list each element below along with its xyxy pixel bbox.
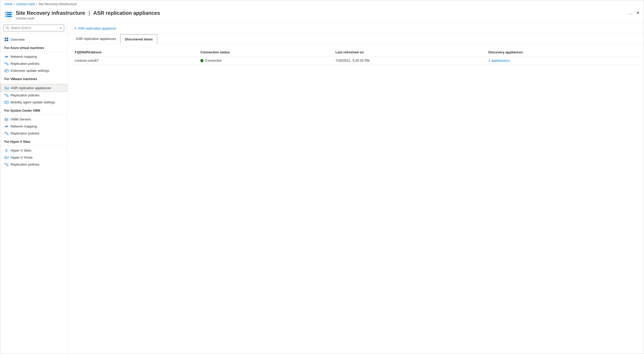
add-icon: +: [74, 26, 77, 31]
sidebar-item-overview[interactable]: Overview: [0, 36, 67, 43]
add-asr-appliance-label: ASR replication appliance: [78, 26, 116, 30]
sidebar-item-vmm-network-mapping[interactable]: Network mapping: [0, 123, 67, 130]
discovered-items-table: FQDN/IPAddress Connection status Last re…: [72, 48, 640, 65]
sidebar-item-hyperv-sites[interactable]: Hyper-V Sites: [0, 147, 67, 154]
search-input[interactable]: [11, 26, 58, 30]
sidebar-item-azure-replication-policies[interactable]: Replication policies: [0, 60, 67, 67]
svg-rect-23: [5, 88, 8, 89]
cell-last-refreshed: 7/28/2021, 3:26:33 PM: [332, 56, 485, 65]
svg-rect-11: [5, 40, 6, 41]
header-title-group: Site Recovery infrastructure | ASR repli…: [16, 10, 628, 20]
sidebar-collapse-button[interactable]: «: [60, 26, 62, 30]
discovery-appliances-link[interactable]: 2 appliance(s): [488, 59, 510, 62]
sidebar: « Overview For Azure virtual machines: [0, 23, 68, 354]
sidebar-item-vmm-replication-policies-label: Replication policies: [11, 131, 39, 135]
sidebar-item-hyperv-sites-label: Hyper-V Sites: [11, 148, 31, 152]
svg-line-8: [8, 29, 9, 29]
svg-rect-22: [5, 88, 6, 88]
section-header-vmware: For VMware machines: [0, 74, 67, 82]
sidebar-search-container: «: [0, 23, 67, 34]
sidebar-item-hyperv-hosts[interactable]: Hyper-V Hosts: [0, 154, 67, 161]
section-header-vmm: For System Center VMM: [0, 106, 67, 114]
hyperv-hosts-icon: [4, 156, 9, 159]
sidebar-item-vmware-asr-label: ASR replication appliances: [11, 86, 51, 90]
overview-icon: [4, 37, 9, 41]
section-divider-hyperv: [0, 146, 67, 146]
tab-bar: ASR replication appliances Discovered it…: [68, 34, 644, 44]
sidebar-item-hyperv-replication-policies[interactable]: Replication policies: [0, 161, 67, 168]
sidebar-item-vmm-servers-label: VMM Servers: [11, 117, 31, 121]
extension-update-azure-icon: [4, 69, 9, 73]
sidebar-item-azure-extension-update-label: Extension update settings: [11, 69, 49, 73]
section-divider-azure: [0, 52, 67, 52]
col-header-connection-status: Connection status: [197, 48, 332, 56]
add-asr-appliance-button[interactable]: + ASR replication appliance: [72, 25, 119, 32]
sidebar-item-hyperv-hosts-label: Hyper-V Hosts: [11, 155, 33, 159]
asr-appliance-icon: [5, 86, 9, 90]
sidebar-item-overview-label: Overview: [11, 38, 25, 41]
svg-rect-15: [5, 62, 6, 63]
sidebar-item-vmware-replication-policies[interactable]: Replication policies: [0, 92, 67, 99]
breadcrumb-vault[interactable]: contoso-vault: [16, 2, 35, 6]
tab-asr-replication-appliances[interactable]: ASR replication appliances: [72, 34, 120, 44]
breadcrumb: Home > contoso-vault > Site Recovery inf…: [0, 0, 644, 8]
svg-point-32: [5, 118, 6, 119]
vmm-servers-icon: [4, 118, 9, 121]
section-header-hyperv: For Hyper-V Sites: [0, 137, 67, 145]
close-button[interactable]: ✕: [636, 10, 640, 15]
sidebar-item-vmware-asr[interactable]: ASR replication appliances: [0, 84, 67, 92]
svg-rect-45: [7, 165, 8, 166]
table-row: contoso-vcen67 Connected 7/28/2021, 3:26…: [72, 56, 640, 65]
svg-rect-37: [7, 134, 8, 135]
more-options-button[interactable]: ...: [628, 10, 633, 16]
svg-point-38: [6, 149, 7, 151]
sidebar-item-vmm-network-mapping-label: Network mapping: [11, 124, 37, 128]
hyperv-sites-icon: [4, 149, 9, 152]
header-subtitle: contoso-vault: [16, 17, 628, 20]
section-header-azure: For Azure virtual machines: [0, 43, 67, 51]
svg-rect-44: [5, 163, 6, 164]
svg-rect-5: [6, 15, 7, 15]
page-header: Site Recovery infrastructure | ASR repli…: [0, 8, 644, 23]
svg-rect-25: [7, 96, 8, 97]
svg-rect-6: [6, 16, 7, 17]
header-actions: ... ✕: [628, 10, 640, 16]
sidebar-item-azure-network-mapping-label: Network mapping: [11, 55, 37, 59]
search-icon: [6, 26, 9, 30]
breadcrumb-sep-2: >: [36, 3, 37, 6]
main-content: + ASR replication appliance ASR replicat…: [68, 23, 644, 354]
connection-status-cell: Connected: [200, 59, 329, 62]
sidebar-item-vmm-servers[interactable]: VMM Servers: [0, 116, 67, 123]
connection-status-text: Connected: [205, 59, 221, 62]
sidebar-item-vmware-replication-policies-label: Replication policies: [11, 93, 39, 97]
page-title: Site Recovery infrastructure | ASR repli…: [16, 10, 628, 16]
svg-point-33: [5, 120, 6, 121]
header-icon: [4, 11, 13, 19]
svg-rect-41: [5, 157, 8, 159]
section-divider-vmm: [0, 115, 67, 115]
tab-discovered-items[interactable]: Discovered items: [120, 34, 157, 44]
svg-rect-42: [5, 157, 6, 158]
sidebar-item-azure-network-mapping[interactable]: Network mapping: [0, 53, 67, 60]
status-connected-dot: [200, 59, 203, 62]
sidebar-item-vmm-replication-policies[interactable]: Replication policies: [0, 130, 67, 137]
cell-fqdn: contoso-vcen67: [72, 56, 197, 65]
svg-rect-10: [7, 38, 8, 39]
sidebar-item-azure-extension-update[interactable]: Extension update settings: [0, 67, 67, 74]
search-box[interactable]: «: [3, 25, 64, 31]
cell-connection-status: Connected: [197, 56, 332, 65]
breadcrumb-sep-1: >: [14, 3, 15, 6]
sidebar-navigation: Overview For Azure virtual machines Netw…: [0, 34, 67, 170]
sidebar-item-vmware-mobility[interactable]: Mobility agent update settings: [0, 99, 67, 106]
svg-rect-21: [5, 87, 9, 89]
breadcrumb-home[interactable]: Home: [4, 2, 13, 6]
table-container: FQDN/IPAddress Connection status Last re…: [68, 44, 644, 69]
network-mapping-azure-icon: [4, 55, 9, 59]
col-header-fqdn: FQDN/IPAddress: [72, 48, 197, 56]
sidebar-item-azure-replication-policies-label: Replication policies: [11, 62, 39, 66]
breadcrumb-current: Site Recovery infrastructure: [38, 2, 77, 6]
content-toolbar: + ASR replication appliance: [68, 23, 644, 34]
replication-vmware-icon: [4, 94, 9, 97]
replication-vmm-icon: [4, 132, 9, 135]
cell-discovery-appliances: 2 appliance(s): [485, 56, 640, 65]
